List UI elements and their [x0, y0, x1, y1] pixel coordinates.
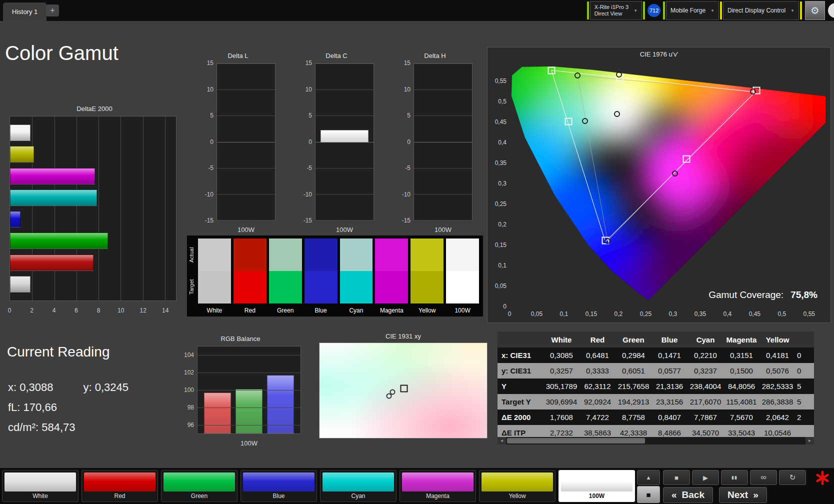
table-header: Green	[616, 332, 652, 348]
swatch-label: Yellow	[410, 307, 444, 314]
target-marker	[400, 385, 408, 392]
delta-h-chart: Delta H 151050-5-10-15 100W	[396, 52, 474, 234]
reading-fl: fL: 170,66	[8, 401, 57, 414]
meter-name: X-Rite i1Pro 3	[594, 4, 628, 10]
deltae-bar-white	[10, 124, 30, 141]
next-button[interactable]: Next»	[719, 487, 767, 503]
next-label: Next	[728, 490, 748, 500]
delta-c-chart: Delta C 151050-5-10-15 100W	[298, 52, 375, 234]
partial-round-button[interactable]	[828, 3, 834, 18]
reading-x: x: 0,3088	[8, 381, 54, 394]
table-header: White	[544, 332, 580, 348]
delta-c-xlabel: 100W	[315, 226, 374, 234]
top-right-toolbar: X-Rite i1Pro 3 Direct View ▼ 712 Mobile …	[586, 0, 834, 21]
refresh-button[interactable]: ↻	[779, 470, 806, 485]
swatch-label: Magenta	[375, 307, 408, 314]
gamut-coverage-label: Gamut Coverage:	[708, 290, 784, 300]
source-label: Mobile Forge	[670, 7, 706, 14]
target-marker	[683, 155, 690, 162]
scrollbar-thumb[interactable]	[507, 438, 645, 444]
up-arrow-icon: ▲	[646, 474, 652, 480]
top-bar: History 1 + X-Rite i1Pro 3 Direct View ▼…	[0, 0, 834, 21]
pattern-button-cyan[interactable]: Cyan	[320, 470, 396, 502]
history-tab[interactable]: History 1	[3, 2, 46, 21]
accent-bar	[800, 2, 802, 20]
table-row: x: CIE310,30850,64810,29840,14710,22100,…	[498, 348, 814, 363]
swatch-labels: WhiteRedGreenBlueCyanMagentaYellow100W	[198, 307, 479, 314]
scroll-right-button[interactable]: ►	[806, 437, 814, 444]
add-tab-button[interactable]: +	[46, 4, 59, 16]
page-title: Color Gamut	[5, 42, 118, 64]
gamut-coverage-value: 75,8%	[790, 290, 818, 300]
pause-icon: ▮▮	[732, 475, 738, 480]
stop-button[interactable]: ■	[663, 470, 690, 485]
table-header: Magenta	[724, 332, 760, 348]
square-icon: ■	[646, 490, 650, 499]
pattern-button-magenta[interactable]: Magenta	[400, 470, 476, 502]
loop-button[interactable]: ∞	[750, 470, 777, 485]
play-button[interactable]: ▶	[692, 470, 719, 485]
rgb-bar-green	[236, 389, 262, 434]
table-scrollbar[interactable]: ◄ ►	[498, 437, 814, 444]
back-button[interactable]: «Back	[663, 487, 713, 503]
rgb-ylabels: 1041021009896	[178, 346, 195, 434]
table-header: Red	[580, 332, 616, 348]
play-icon: ▶	[703, 474, 708, 482]
deltae-bar-cyan	[10, 190, 97, 206]
source-dropdown[interactable]: Mobile Forge ▼	[666, 1, 719, 20]
results-table-head: WhiteRedGreenBlueCyanMagentaYellow	[498, 332, 814, 348]
pattern-button-red[interactable]: Red	[82, 470, 158, 502]
deltae-xticks: 02468101214	[10, 307, 176, 315]
swatch-column-magenta	[375, 238, 408, 304]
reading-y: y: 0,3245	[84, 381, 129, 394]
next-chevrons-icon: »	[753, 490, 758, 500]
deltae2000-plot	[10, 116, 176, 301]
scrollbar-track[interactable]	[506, 437, 806, 444]
delta-l-title: Delta L	[200, 52, 276, 60]
nav-row: «Back Next»	[663, 487, 767, 503]
pause-button[interactable]: ▮▮	[721, 470, 748, 485]
up-button[interactable]: ▲	[637, 470, 660, 485]
pattern-button-yellow[interactable]: Yellow	[479, 470, 556, 502]
delta-l-chart: Delta L 151050-5-10-15 100W	[200, 52, 276, 234]
reading-cd: cd/m²: 584,73	[8, 421, 76, 434]
delta-l-plot	[216, 63, 276, 220]
table-header	[796, 332, 814, 348]
delta-l-xlabel: 100W	[216, 226, 276, 234]
accent-bar	[643, 2, 645, 20]
cie-xticks: 00,050,10,150,20,250,30,350,40,450,50,55	[510, 310, 826, 318]
swatch-column-cyan	[340, 238, 373, 304]
calibration-app: History 1 + X-Rite i1Pro 3 Direct View ▼…	[0, 0, 834, 504]
settings-button[interactable]: ⚙	[805, 1, 825, 20]
meter-dropdown[interactable]: X-Rite i1Pro 3 Direct View ▼	[590, 1, 642, 20]
accent-bar	[587, 2, 589, 20]
swatch-label: White	[198, 307, 231, 314]
scroll-left-button[interactable]: ◄	[498, 437, 506, 444]
meter-count-badge: 712	[648, 4, 660, 17]
pattern-button-white[interactable]: White	[2, 470, 78, 502]
measured-marker	[750, 88, 756, 94]
delta-h-title: Delta H	[396, 52, 474, 60]
pattern-button-blue[interactable]: Blue	[240, 470, 317, 502]
pattern-button-green[interactable]: Green	[161, 470, 238, 502]
target-marker	[548, 66, 555, 74]
table-row: Y305,178962,3112215,765821,3136238,40048…	[498, 378, 814, 394]
delta-c-title: Delta C	[298, 52, 375, 60]
chevron-down-icon: ▼	[634, 8, 638, 13]
stop-icon: ■	[674, 474, 678, 482]
delta-c-ylabels: 151050-5-10-15	[298, 63, 313, 220]
chevron-down-icon: ▼	[790, 8, 794, 13]
target-marker	[564, 118, 572, 126]
swatch-label: Red	[234, 307, 266, 314]
pattern-window-button[interactable]: ■	[637, 486, 660, 503]
swatch-compare-panel: Actual Target WhiteRedGreenBlueCyanMagen…	[187, 236, 483, 316]
cie1931-title: CIE 1931 xy	[318, 332, 488, 340]
target-row-label: Target	[188, 272, 196, 302]
swatch-label: Green	[269, 307, 302, 314]
results-table-body: x: CIE310,30850,64810,29840,14710,22100,…	[498, 348, 814, 440]
pattern-button-100w[interactable]: 100W	[558, 470, 635, 502]
measured-marker	[390, 389, 395, 394]
bottom-bar: WhiteRedGreenBlueCyanMagentaYellow100W ▲…	[0, 468, 834, 504]
display-control-dropdown[interactable]: Direct Display Control ▼	[723, 1, 799, 20]
measured-marker	[614, 111, 620, 117]
